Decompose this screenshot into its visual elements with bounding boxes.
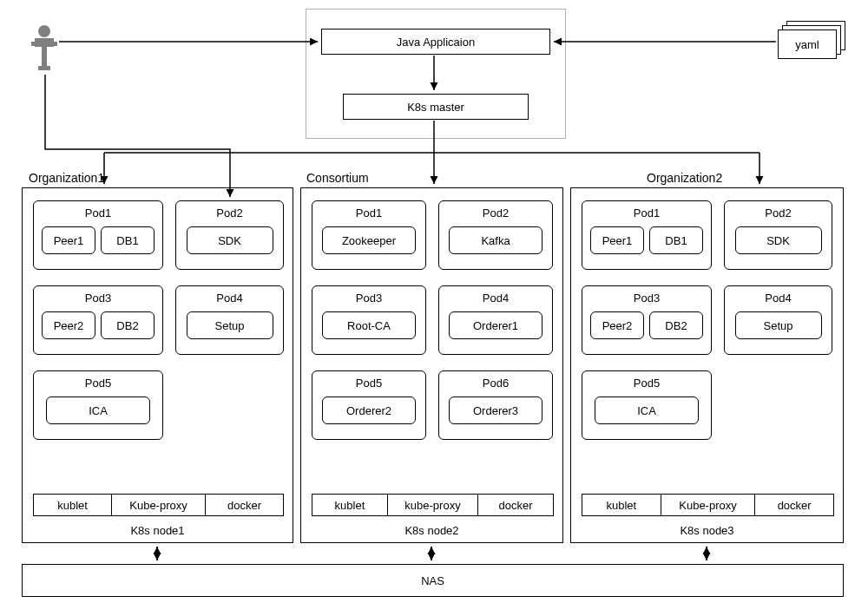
cons-pod3: Pod3 Root-CA bbox=[312, 285, 426, 355]
yaml-label: yaml bbox=[795, 38, 819, 51]
pod-label: Pod2 bbox=[483, 206, 509, 220]
cons-rootca: Root-CA bbox=[322, 311, 416, 339]
consortium-title: Consortium bbox=[306, 171, 369, 185]
nas-box: NAS bbox=[22, 564, 844, 597]
cons-pod4: Pod4 Orderer1 bbox=[438, 285, 553, 355]
pod-label: Pod1 bbox=[634, 206, 660, 220]
cons-orderer1: Orderer1 bbox=[449, 311, 542, 339]
org1-db1: DB1 bbox=[101, 226, 155, 254]
org2-kublet: kublet bbox=[582, 494, 661, 516]
cons-kafka: Kafka bbox=[449, 226, 542, 254]
cons-pod1: Pod1 Zookeeper bbox=[312, 200, 426, 270]
pod-label: Pod3 bbox=[85, 292, 111, 305]
org1-pod5: Pod5 ICA bbox=[33, 370, 163, 440]
org1-title: Organization1 bbox=[29, 171, 104, 185]
item-label: Orderer1 bbox=[473, 319, 518, 332]
footer-label: kublet bbox=[335, 499, 365, 512]
nas-label: NAS bbox=[421, 574, 444, 587]
org1-setup: Setup bbox=[187, 311, 273, 339]
footer-label: docker bbox=[778, 499, 812, 512]
item-label: DB2 bbox=[116, 319, 138, 332]
org2-peer2: Peer2 bbox=[590, 311, 644, 339]
cons-zookeeper: Zookeeper bbox=[322, 226, 416, 254]
org1-peer1: Peer1 bbox=[42, 226, 95, 254]
org2-pod5: Pod5 ICA bbox=[582, 370, 712, 440]
item-label: Zookeeper bbox=[342, 234, 396, 247]
pod-label: Pod6 bbox=[483, 377, 509, 390]
pod-label: Pod2 bbox=[765, 206, 791, 220]
org1-container: Pod1 Peer1 DB1 Pod2 SDK Pod3 Peer2 DB2 bbox=[22, 187, 293, 543]
cons-orderer3: Orderer3 bbox=[449, 396, 542, 424]
org1-peer2: Peer2 bbox=[42, 311, 95, 339]
pod-label: Pod5 bbox=[85, 377, 111, 390]
org2-pod3: Pod3 Peer2 DB2 bbox=[582, 285, 712, 355]
item-label: ICA bbox=[637, 404, 656, 417]
cons-pod5: Pod5 Orderer2 bbox=[312, 370, 426, 440]
footer-label: docker bbox=[499, 499, 533, 512]
item-label: Setup bbox=[764, 319, 793, 332]
item-label: Orderer3 bbox=[473, 404, 518, 417]
org1-sdk: SDK bbox=[187, 226, 273, 254]
cons-docker: docker bbox=[477, 494, 554, 516]
java-application-box: Java Applicaion bbox=[321, 29, 550, 55]
org2-kubeproxy: Kube-proxy bbox=[661, 494, 755, 516]
pod-label: Pod4 bbox=[216, 292, 242, 305]
k8s-master-label: K8s master bbox=[407, 101, 464, 114]
footer-label: Kube-proxy bbox=[679, 499, 736, 512]
org2-caption: K8s node3 bbox=[680, 524, 733, 537]
svg-rect-4 bbox=[38, 66, 50, 70]
cons-kubeproxy: kube-proxy bbox=[387, 494, 477, 516]
org1-docker: docker bbox=[205, 494, 284, 516]
org1-kublet: kublet bbox=[33, 494, 111, 516]
org1-caption: K8s node1 bbox=[130, 524, 184, 537]
org2-db1: DB1 bbox=[649, 226, 703, 254]
org1-db2: DB2 bbox=[101, 311, 155, 339]
pod-label: Pod5 bbox=[634, 377, 660, 390]
org2-title: Organization2 bbox=[647, 171, 722, 185]
item-label: Peer2 bbox=[602, 319, 633, 332]
org1-ica: ICA bbox=[46, 396, 150, 424]
org2-pod1: Pod1 Peer1 DB1 bbox=[582, 200, 712, 270]
org2-container: Pod1 Peer1 DB1 Pod2 SDK Pod3 Peer2 DB2 P bbox=[570, 187, 844, 543]
footer-label: kublet bbox=[606, 499, 636, 512]
org1-kubeproxy: Kube-proxy bbox=[111, 494, 205, 516]
org2-pod2: Pod2 SDK bbox=[724, 200, 832, 270]
item-label: Orderer2 bbox=[346, 404, 391, 417]
org2-pod4: Pod4 Setup bbox=[724, 285, 832, 355]
item-label: Peer1 bbox=[602, 234, 633, 247]
pod-label: Pod3 bbox=[634, 292, 660, 305]
k8s-master-box: K8s master bbox=[343, 94, 529, 120]
footer-label: Kube-proxy bbox=[129, 499, 187, 512]
item-label: SDK bbox=[766, 234, 790, 247]
cons-kublet: kublet bbox=[312, 494, 387, 516]
pod-label: Pod5 bbox=[356, 377, 382, 390]
item-label: SDK bbox=[218, 234, 241, 247]
pod-label: Pod3 bbox=[356, 292, 382, 305]
svg-point-0 bbox=[38, 25, 50, 37]
item-label: DB2 bbox=[665, 319, 687, 332]
org1-pod3: Pod3 Peer2 DB2 bbox=[33, 285, 163, 355]
org2-peer1: Peer1 bbox=[590, 226, 644, 254]
consortium-container: Pod1 Zookeeper Pod2 Kafka Pod3 Root-CA P… bbox=[300, 187, 563, 543]
pod-label: Pod1 bbox=[85, 206, 111, 220]
pod-label: Pod2 bbox=[216, 206, 242, 220]
svg-rect-2 bbox=[42, 47, 47, 66]
org2-db2: DB2 bbox=[649, 311, 703, 339]
item-label: Peer2 bbox=[54, 319, 84, 332]
pod-label: Pod4 bbox=[765, 292, 791, 305]
org1-pod2: Pod2 SDK bbox=[175, 200, 284, 270]
svg-rect-3 bbox=[31, 42, 57, 46]
footer-label: docker bbox=[227, 499, 261, 512]
footer-label: kublet bbox=[57, 499, 88, 512]
org2-ica: ICA bbox=[595, 396, 699, 424]
org2-sdk: SDK bbox=[735, 226, 822, 254]
item-label: Kafka bbox=[481, 234, 510, 247]
cons-pod2: Pod2 Kafka bbox=[438, 200, 553, 270]
yaml-file-icon: yaml bbox=[778, 21, 845, 59]
org1-pod4: Pod4 Setup bbox=[175, 285, 284, 355]
org2-setup: Setup bbox=[735, 311, 822, 339]
cons-pod6: Pod6 Orderer3 bbox=[438, 370, 553, 440]
item-label: DB1 bbox=[665, 234, 687, 247]
pod-label: Pod4 bbox=[483, 292, 509, 305]
item-label: Setup bbox=[215, 319, 245, 332]
